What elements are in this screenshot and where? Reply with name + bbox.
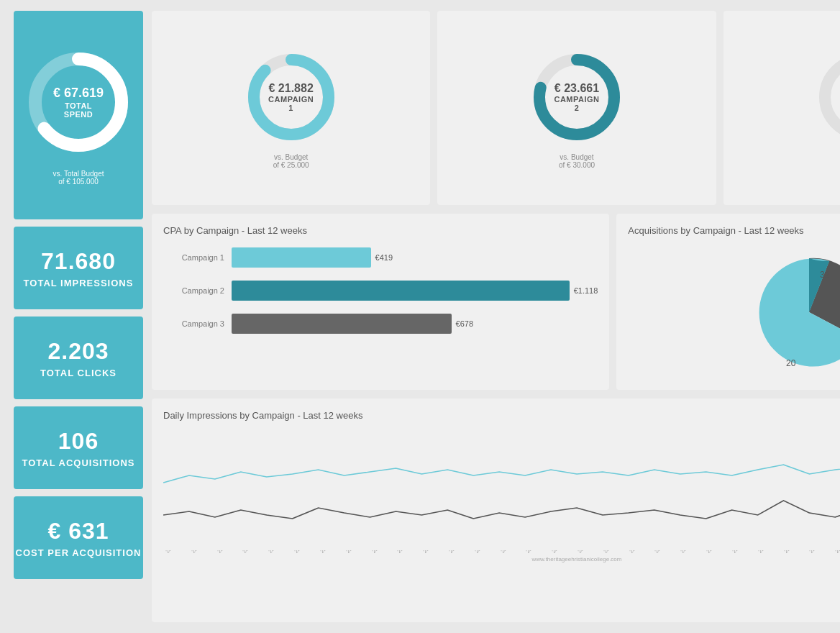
campaign-3-card: € 22.076 CAMPAIGN 3 vs. Budget of € 50.0…	[723, 11, 840, 205]
campaign-1-vs: vs. Budget of € 25.000	[273, 153, 309, 169]
clicks-label: TOTAL CLICKS	[40, 368, 117, 378]
campaign-1-donut: € 21.882 CAMPAIGN 1	[241, 47, 342, 147]
campaign-1-card: € 21.882 CAMPAIGN 1 vs. Budget of € 25.0…	[152, 11, 430, 205]
campaign-1-amount: € 21.882	[266, 81, 316, 95]
impressions-number: 71.680	[41, 248, 116, 275]
bar-row-1: Campaign 1 €419	[170, 247, 598, 268]
campaign-2-name: CAMPAIGN 2	[552, 96, 602, 113]
campaign-1-name: CAMPAIGN 1	[266, 96, 316, 113]
cpa-bar-chart: Campaign 1 €419 Campaign 2 €1.118	[163, 247, 598, 334]
acquisitions-number: 106	[58, 428, 99, 455]
campaign-2-amount: € 23.661	[552, 81, 602, 95]
total-spend-title: TOTAL SPEND	[50, 101, 107, 119]
bar-label-1: Campaign 1	[170, 253, 224, 262]
line-campaign1	[163, 463, 840, 483]
pie-area: 32 54 20	[628, 247, 840, 377]
dashboard: € 67.619 TOTAL SPEND vs. Total Budget of…	[14, 11, 826, 622]
campaign-3-amount: € 22.076	[837, 81, 840, 95]
bar-row-3: Campaign 3 €678	[170, 314, 598, 334]
acquisitions-chart-panel: Acquisitions by Campaign - Last 12 weeks	[616, 214, 840, 390]
cpa-number: € 631	[47, 518, 109, 545]
bar-fill-1	[232, 247, 371, 268]
impressions-label: TOTAL IMPRESSIONS	[24, 278, 134, 288]
bar-fill-3	[232, 314, 452, 334]
total-spend-donut: € 67.619 TOTAL SPEND	[21, 45, 136, 160]
bar-track-2: €1.118	[232, 281, 598, 301]
bar-value-3: €678	[456, 319, 473, 328]
cpa-chart-panel: CPA by Campaign - Last 12 weeks Campaign…	[152, 214, 609, 390]
acq-chart-title: Acquisitions by Campaign - Last 12 weeks	[628, 225, 840, 236]
acquisitions-block: 106 TOTAL ACQUISITIONS	[14, 406, 143, 489]
main-content: € 21.882 CAMPAIGN 1 vs. Budget of € 25.0…	[152, 11, 840, 622]
campaign-2-vs: vs. Budget of € 30.000	[559, 153, 595, 169]
campaign-3-donut: € 22.076 CAMPAIGN 3	[812, 47, 840, 147]
sidebar: € 67.619 TOTAL SPEND vs. Total Budget of…	[14, 11, 143, 622]
total-spend-vs: vs. Total Budget of € 105.000	[53, 170, 104, 186]
campaign-1-label: € 21.882 CAMPAIGN 1	[266, 81, 316, 112]
cpa-label: COST PER ACQUISITION	[16, 547, 142, 558]
clicks-block: 2.203 TOTAL CLICKS	[14, 316, 143, 399]
campaign-3-name: CAMPAIGN 3	[837, 96, 840, 113]
line-chart-svg	[163, 432, 840, 547]
middle-row: CPA by Campaign - Last 12 weeks Campaign…	[152, 214, 840, 390]
bar-row-2: Campaign 2 €1.118	[170, 281, 598, 301]
campaign-2-label: € 23.661 CAMPAIGN 2	[552, 81, 602, 112]
bar-value-1: €419	[375, 253, 393, 262]
x-label: 2016-03-29	[808, 550, 840, 565]
x-axis-labels: 2016-01-27 2016-01-23 2016-01-29 2016-01…	[163, 550, 840, 572]
acquisitions-label: TOTAL ACQUISITIONS	[22, 457, 135, 468]
total-spend-card: € 67.619 TOTAL SPEND vs. Total Budget of…	[14, 11, 143, 219]
total-spend-amount: € 67.619	[50, 86, 107, 101]
campaign-2-card: € 23.661 CAMPAIGN 2 vs. Budget of € 30.0…	[437, 11, 716, 205]
clicks-number: 2.203	[47, 338, 109, 365]
line-chart-area: 2016-01-27 2016-01-23 2016-01-29 2016-01…	[163, 432, 840, 555]
total-spend-label: € 67.619 TOTAL SPEND	[50, 86, 107, 119]
bar-label-2: Campaign 2	[170, 286, 224, 295]
cpa-block: € 631 COST PER ACQUISITION	[14, 496, 143, 579]
daily-impressions-panel: Daily Impressions by Campaign - Last 12 …	[152, 399, 840, 622]
campaign-3-label: € 22.076 CAMPAIGN 3	[837, 81, 840, 112]
cpa-chart-title: CPA by Campaign - Last 12 weeks	[163, 225, 598, 236]
line-campaign2	[163, 501, 840, 519]
impressions-block: 71.680 TOTAL IMPRESSIONS	[14, 227, 143, 309]
bar-value-2: €1.118	[574, 286, 598, 295]
bar-track-1: €419	[232, 247, 598, 268]
campaign-row: € 21.882 CAMPAIGN 1 vs. Budget of € 25.0…	[152, 11, 840, 205]
daily-impressions-title: Daily Impressions by Campaign - Last 12 …	[163, 410, 840, 421]
bar-fill-2	[232, 281, 570, 301]
bar-label-3: Campaign 3	[170, 319, 224, 328]
pie-label-32: 32	[820, 270, 830, 280]
bar-track-3: €678	[232, 314, 598, 334]
campaign-2-donut: € 23.661 CAMPAIGN 2	[526, 47, 627, 147]
pie-chart-svg: 32 54 20	[737, 240, 840, 384]
pie-label-20: 20	[786, 358, 796, 368]
